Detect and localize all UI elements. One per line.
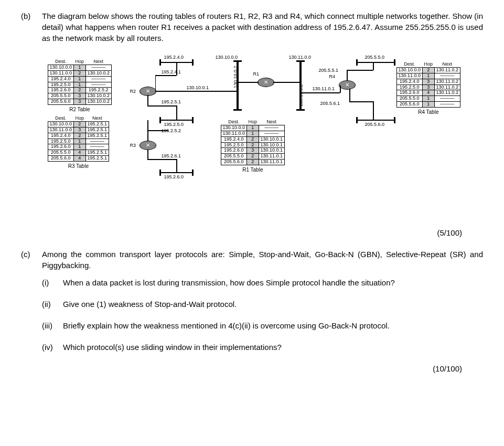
question-b-label: (b) <box>21 10 42 44</box>
question-c-iii: (iii) Briefly explain how the weakness m… <box>42 320 483 331</box>
c-iv-text: Which protocol(s) use sliding window in … <box>63 342 483 353</box>
question-c-ii: (ii) Give one (1) weakness of Stop-and-W… <box>42 299 483 310</box>
router-r2-label: R2 <box>130 88 136 95</box>
router-r3-label: R3 <box>130 142 136 149</box>
iface-130-11-0-2: 130.11.0.2 <box>298 84 305 107</box>
r4-table: Dest.HopNext 130.10.0.02130.11.0.2 130.1… <box>396 62 461 116</box>
c-iv-label: (iv) <box>42 342 63 353</box>
router-r4-label: R4 <box>329 73 336 80</box>
c-i-label: (i) <box>42 277 63 288</box>
iface-r2-195-2-4-1: 195.2.4.1 <box>162 69 181 76</box>
router-r4-icon <box>339 80 356 90</box>
question-b-text: The diagram below shows the routing tabl… <box>42 10 483 44</box>
net-195-2-6-0: 195.2.6.0 <box>164 174 184 180</box>
router-r1-label: R1 <box>253 71 260 78</box>
net-195-2-5-0: 195.2.5.0 <box>164 121 184 128</box>
network-diagram: 195.2.4.0 130.10.0.0 130.10.0.2 130.11.0… <box>37 54 467 217</box>
iface-r4-130-11-0-1: 130.11.0.1 <box>313 86 335 92</box>
c-iii-label: (iii) <box>42 320 63 331</box>
question-c-text: Among the common transport layer protoco… <box>42 249 483 271</box>
iface-r2-195-2-5-1: 195.2.5.1 <box>162 99 181 105</box>
net-130-10-0-0: 130.10.0.0 <box>216 54 238 61</box>
c-i-text: When a data packet is lost during transm… <box>63 277 483 288</box>
iface-r4-205-5-5-1: 205.5.5.1 <box>319 67 339 74</box>
question-c-iv: (iv) Which protocol(s) use sliding windo… <box>42 342 483 353</box>
iface-r4-205-5-6-1: 205.5.6.1 <box>320 100 340 107</box>
question-c-label: (c) <box>21 249 42 271</box>
r3-table: Dest.HopNext 130.10.0.02195.2.5.1 130.11… <box>48 116 110 170</box>
question-b: (b) The diagram below shows the routing … <box>21 10 483 44</box>
iface-130-10-0-2: 130.10.0.2 <box>232 66 239 88</box>
score-c: (10/100) <box>21 363 462 374</box>
net-205-5-5-0: 205.5.5.0 <box>365 54 385 61</box>
net-205-5-6-0: 205.5.6.0 <box>365 121 385 128</box>
router-r1-icon <box>258 78 274 87</box>
score-b: (5/100) <box>21 227 462 238</box>
iface-r3-195-2-5-2: 195.2.5.2 <box>162 128 181 134</box>
c-ii-label: (ii) <box>42 299 63 310</box>
question-c: (c) Among the common transport layer pro… <box>21 249 483 271</box>
r2-table: Dest.HopNext 130.10.0.01——— 130.11.0.021… <box>48 59 112 113</box>
c-ii-text: Give one (1) weakness of Stop-and-Wait p… <box>63 299 483 310</box>
net-130-11-0-0: 130.11.0.0 <box>289 54 312 61</box>
r1-table: Dest.HopNext 130.10.0.01——— 130.11.0.01—… <box>221 120 285 174</box>
net-195-2-4-0: 195.2.4.0 <box>164 54 184 61</box>
iface-r2-130-10-0-1: 130.10.0.1 <box>187 84 209 91</box>
router-r3-icon <box>140 141 156 150</box>
iface-r3-195-2-6-1: 195.2.6.1 <box>162 153 181 160</box>
c-iii-text: Briefly explain how the weakness mention… <box>63 320 483 331</box>
question-c-i: (i) When a data packet is lost during tr… <box>42 277 483 288</box>
